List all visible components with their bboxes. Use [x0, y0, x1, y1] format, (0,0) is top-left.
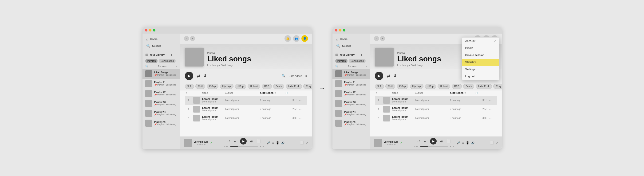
- dropdown-item-3[interactable]: Statistics: [462, 59, 499, 66]
- genre-tag-left-4[interactable]: J-Pop: [235, 84, 246, 89]
- genre-tag-left-2[interactable]: K-Pop: [207, 84, 218, 89]
- p-fullscreen-right[interactable]: ⤢: [496, 141, 498, 144]
- track-more-right-1[interactable]: ···: [489, 108, 496, 111]
- shuffle-button-left[interactable]: ⇄: [196, 73, 200, 78]
- play-button-left[interactable]: ▶: [185, 72, 193, 80]
- genre-tag-right-0[interactable]: Soft: [375, 84, 384, 89]
- track-more-right-2[interactable]: ···: [489, 116, 496, 120]
- genre-tag-right-5[interactable]: Upbeat: [438, 84, 450, 89]
- maximize-button-right[interactable]: [343, 29, 346, 32]
- p-expand-right[interactable]: ⬜: [490, 141, 494, 144]
- library-expand-left[interactable]: →: [174, 53, 177, 57]
- filter-downloaded-right[interactable]: Downloaded: [349, 59, 366, 63]
- playlist-item-4[interactable]: Playlist #4 📌 Playlist • Eric Luong: [332, 108, 370, 118]
- progress-bar-right[interactable]: [420, 146, 448, 147]
- forward-button-left[interactable]: ›: [190, 36, 195, 41]
- track-row-right-1[interactable]: 2 Lorem Ipsum Lorem Ipsum Lorem Ipsum 2 …: [375, 105, 497, 114]
- genre-tag-right-6[interactable]: R&B: [452, 84, 462, 89]
- left-playlist-item-1[interactable]: Playlist #1 📌 Playlist • Eric Luong: [142, 79, 180, 88]
- recents-icon-right[interactable]: ≡: [366, 65, 367, 68]
- library-add-left[interactable]: +: [170, 53, 172, 57]
- track-row-left-1[interactable]: 2 Lorem Ipsum Lorem Ipsum Lorem Ipsum 2 …: [185, 105, 307, 114]
- track-more-left-2[interactable]: ···: [299, 116, 306, 120]
- p-prev-left[interactable]: ⏮: [234, 139, 237, 143]
- sort-icon-left[interactable]: ≡: [306, 74, 307, 77]
- track-row-left-0[interactable]: 1 Lorem Ipsum Lorem Ipsum Lorem Ipsum 1 …: [185, 96, 307, 105]
- genre-tag-left-5[interactable]: Upbeat: [248, 84, 260, 89]
- search-small-icon-left[interactable]: 🔍: [145, 65, 148, 68]
- shuffle-button-right[interactable]: ⇄: [386, 73, 390, 78]
- left-playlist-item-2[interactable]: Playlist #2 📌 Playlist • Eric Luong: [142, 88, 180, 98]
- th-date-left[interactable]: Date Added ▼: [260, 92, 284, 94]
- dropdown-item-5[interactable]: Log out: [462, 73, 499, 80]
- filter-playlists-right[interactable]: Playlists: [335, 59, 348, 63]
- p-next-left[interactable]: ⏭: [250, 139, 253, 143]
- minimize-button[interactable]: [149, 29, 152, 32]
- genre-tag-left-8[interactable]: Indie Rock: [286, 84, 302, 89]
- track-more-left-1[interactable]: ···: [299, 108, 306, 111]
- track-row-right-2[interactable]: 3 Lorem Ipsum Lorem Ipsum Lorem Ipsum 3 …: [375, 114, 497, 123]
- p-lyrics-right[interactable]: 🎤: [456, 141, 460, 144]
- close-button[interactable]: [145, 29, 148, 32]
- genre-tag-right-7[interactable]: Beats: [463, 84, 474, 89]
- left-playlist-item-4[interactable]: Playlist #4 📌 Playlist • Eric Luong: [142, 108, 180, 118]
- genre-tag-right-4[interactable]: J-Pop: [425, 84, 436, 89]
- p-volume-left[interactable]: 🔊: [281, 141, 285, 144]
- bell-button-left[interactable]: 🔔: [284, 35, 291, 42]
- track-more-left-0[interactable]: ···: [299, 98, 306, 102]
- track-row-right-0[interactable]: 1 Lorem Ipsum Lorem Ipsum Lorem Ipsum 1 …: [375, 96, 497, 105]
- back-button-left[interactable]: ‹: [184, 36, 189, 41]
- download-button-left[interactable]: ⬇: [204, 73, 207, 78]
- dropdown-item-4[interactable]: Settings: [462, 66, 499, 73]
- close-button-right[interactable]: [335, 29, 338, 32]
- play-button-right[interactable]: ▶: [375, 72, 383, 80]
- genre-tag-right-8[interactable]: Indie Rock: [476, 84, 492, 89]
- volume-bar-left[interactable]: [286, 143, 298, 143]
- friends-button-left[interactable]: 👥: [293, 35, 300, 42]
- genre-tag-right-9[interactable]: Cozy: [493, 84, 502, 89]
- genre-tag-left-6[interactable]: R&B: [262, 84, 272, 89]
- genre-tag-left-3[interactable]: Hip Hop: [220, 84, 234, 89]
- date-added-label-left[interactable]: Date Added: [289, 74, 302, 77]
- p-expand-left[interactable]: ⬜: [300, 141, 304, 144]
- genre-tag-left-9[interactable]: Cozy: [303, 84, 312, 89]
- track-row-left-2[interactable]: 3 Lorem Ipsum Lorem Ipsum Lorem Ipsum 3 …: [185, 114, 307, 123]
- p-next-right[interactable]: ⏭: [440, 139, 443, 143]
- dropdown-item-1[interactable]: Profile: [462, 45, 499, 52]
- volume-bar-right[interactable]: [476, 143, 488, 143]
- library-add-right[interactable]: +: [360, 53, 362, 57]
- sidebar-item-search-left[interactable]: 🔍 Search: [145, 42, 177, 49]
- p-screen-right[interactable]: ⬜: [446, 139, 450, 143]
- left-playlist-item-3[interactable]: Playlist #3 📌 Playlist • Eric Luong: [142, 98, 180, 108]
- th-date-right[interactable]: Date Added ▼: [450, 92, 474, 94]
- dropdown-item-2[interactable]: Private session: [462, 52, 499, 59]
- download-button-right[interactable]: ⬇: [393, 73, 397, 78]
- p-screen-left[interactable]: ⬜: [256, 139, 260, 143]
- sidebar-item-search-right[interactable]: 🔍 Search: [335, 42, 367, 49]
- playlist-item-1[interactable]: Playlist #1 📌 Playlist • Eric Luong: [332, 79, 370, 88]
- user-button-left[interactable]: 👤: [302, 35, 308, 42]
- playlist-item-0[interactable]: Liked Songs 📌 Playlist • Eric Luong: [332, 69, 370, 79]
- dropdown-item-0[interactable]: Account ⤢: [462, 38, 499, 45]
- p-volume-right[interactable]: 🔊: [471, 141, 475, 144]
- p-devices-right[interactable]: 📱: [466, 141, 469, 144]
- p-queue-right[interactable]: ≡: [462, 141, 464, 144]
- playlist-item-3[interactable]: Playlist #3 📌 Playlist • Eric Luong: [332, 98, 370, 108]
- forward-button-right[interactable]: ›: [380, 36, 385, 41]
- p-prev-right[interactable]: ⏮: [424, 139, 427, 143]
- sidebar-item-home-left[interactable]: ⌂ Home: [145, 36, 177, 42]
- sidebar-item-home-right[interactable]: ⌂ Home: [335, 36, 367, 42]
- left-playlist-item-0[interactable]: Liked Songs 📌 Playlist • Eric Luong: [142, 69, 180, 79]
- playlist-item-2[interactable]: Playlist #2 📌 Playlist • Eric Luong: [332, 88, 370, 98]
- search-tracks-icon-left[interactable]: 🔍: [282, 74, 286, 78]
- p-play-left[interactable]: ▶: [240, 138, 247, 144]
- progress-bar-left[interactable]: [230, 146, 258, 147]
- search-small-icon-right[interactable]: 🔍: [335, 65, 338, 68]
- p-shuffle-right[interactable]: ⇄: [417, 139, 420, 143]
- genre-tag-right-3[interactable]: Hip Hop: [410, 84, 424, 89]
- p-queue-left[interactable]: ≡: [272, 141, 274, 144]
- p-play-right[interactable]: ▶: [430, 138, 436, 144]
- genre-tag-left-0[interactable]: Soft: [185, 84, 194, 89]
- p-shuffle-left[interactable]: ⇄: [227, 139, 230, 143]
- p-fullscreen-left[interactable]: ⤢: [306, 141, 308, 144]
